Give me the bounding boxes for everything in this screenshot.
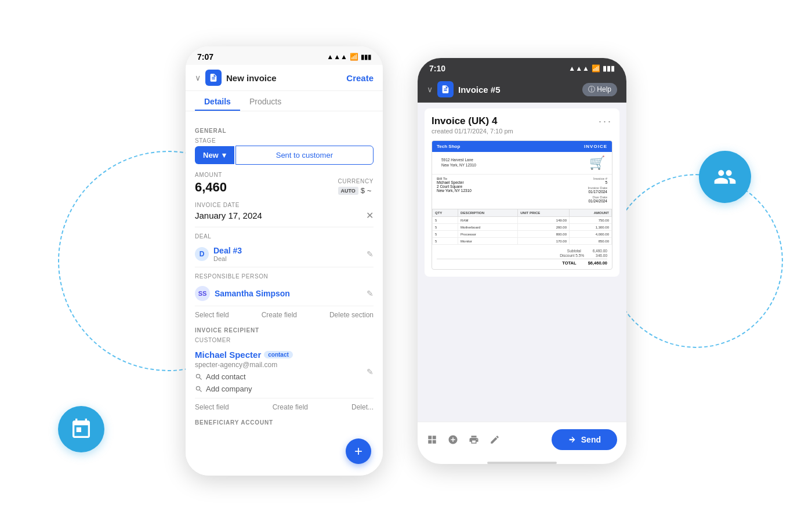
bill-to-name: Michael Specter (437, 180, 472, 184)
amount-value: 6,460 (195, 180, 227, 195)
customer-row: Michael Specter contact specter-agency@m… (195, 345, 374, 398)
inv-company-address: 5912 Harvest LaneNew York, NY 12310 (437, 154, 481, 169)
phone-content-left: GENERAL STAGE New ▾ Sent to customer AMO… (186, 111, 383, 476)
status-icons-right: ▲▲▲ 📶 ▮▮▮ (568, 64, 615, 72)
more-options-btn[interactable]: ··· (599, 115, 612, 128)
invoice-table: QTY DESCRIPTION UNIT PRICE AMOUNT 5 RAM … (432, 209, 612, 245)
phone-title-right: Invoice #5 (458, 85, 501, 95)
edit-icon (490, 434, 500, 445)
tab-details[interactable]: Details (195, 91, 240, 111)
search-icon-contact (195, 373, 203, 381)
printer-icon (469, 434, 479, 445)
create-field-btn-2[interactable]: Create field (273, 403, 308, 411)
grid-icon-btn[interactable] (427, 434, 437, 445)
phone-title-left: New invoice (226, 73, 277, 83)
deal-row: D Deal #3 Deal ✎ (195, 241, 374, 267)
responsible-edit-icon[interactable]: ✎ (367, 289, 374, 298)
phone-bottom-bar: Send (418, 422, 626, 457)
inv-bill-row: Bill To Michael Specter 2 Court Square N… (432, 174, 612, 205)
customer-edit-icon[interactable]: ✎ (367, 367, 374, 376)
invoice-date-value: January 17, 2024 (195, 211, 262, 220)
inv-totals: Subtotal 6,460.00 Discount 5.5% 346.00 T… (432, 247, 612, 269)
delete-section-btn[interactable]: Delete section (329, 311, 374, 319)
total-value: $6,460.00 (588, 260, 607, 266)
add-contact-btn[interactable]: Add contact (195, 372, 293, 381)
time-left: 7:07 (197, 52, 213, 61)
select-field-btn[interactable]: Select field (195, 311, 229, 319)
cart-icon: 🛒 (587, 154, 607, 172)
currency-row: CURRENCY AUTO $ ~ (338, 178, 374, 195)
customer-email: specter-agency@mail.com (195, 361, 293, 369)
amount-label: AMOUNT (195, 172, 227, 178)
contact-badge: contact (264, 351, 293, 358)
invoice-icon-box-right (437, 81, 454, 97)
invoice-date-label: INVOICE DATE (195, 202, 374, 208)
main-scene: 7:07 ▲▲▲ 📶 ▮▮▮ ∨ New invoice Create (0, 0, 812, 522)
discount-value: 346.00 (596, 253, 607, 258)
section-actions-2: Select field Create field Delet... (195, 403, 374, 411)
inv-company-name: Tech Shop (437, 144, 460, 149)
inv-label: INVOICE (584, 144, 607, 149)
chevron-icon-right[interactable]: ∨ (427, 85, 433, 94)
general-label: GENERAL (195, 128, 374, 134)
inv-date-val: 01/17/2024 (588, 190, 607, 194)
stage-new-btn[interactable]: New ▾ (195, 146, 234, 164)
floating-calendar-icon (58, 406, 104, 452)
plus-circle-btn[interactable] (448, 434, 458, 445)
total-label: TOTAL (562, 260, 576, 266)
stage-field-label: STAGE (195, 137, 374, 144)
deal-sub: Deal (213, 255, 242, 262)
responsible-name: Samantha Simpson (215, 289, 290, 298)
help-btn[interactable]: ⓘ Help (582, 83, 617, 96)
phone-right: 7:10 ▲▲▲ 📶 ▮▮▮ ∨ Invoice #5 ⓘ Help (418, 58, 626, 464)
tab-products[interactable]: Products (240, 91, 291, 111)
select-field-btn-2[interactable]: Select field (195, 403, 229, 411)
stage-row: New ▾ Sent to customer (195, 146, 374, 165)
phone-left: 7:07 ▲▲▲ 📶 ▮▮▮ ∨ New invoice Create (186, 46, 383, 476)
printer-btn[interactable] (469, 434, 479, 445)
time-right: 7:10 (429, 64, 445, 73)
create-field-btn[interactable]: Create field (262, 311, 297, 319)
signal-icon: ▲▲▲ (327, 53, 347, 61)
wifi-icon-right: 📶 (592, 64, 600, 72)
invoice-preview: Tech Shop INVOICE 5912 Harvest LaneNew Y… (432, 140, 612, 270)
add-company-btn[interactable]: Add company (195, 385, 293, 393)
phone-header-right: ∨ Invoice #5 ⓘ Help (418, 77, 626, 103)
table-row: 5 Processor 800.00 4,000.00 (433, 231, 612, 238)
fab-button[interactable]: + (346, 438, 371, 464)
chevron-icon-left[interactable]: ∨ (195, 73, 201, 82)
customer-field-label: CUSTOMER (195, 337, 374, 343)
send-button[interactable]: Send (552, 429, 617, 450)
discount-label: Discount 5.5% (560, 253, 584, 258)
invoice-info-card: Invoice (UK) 4 created 01/17/2024, 7:10 … (425, 108, 619, 277)
col-amount: AMOUNT (570, 209, 612, 217)
status-bar-right: 7:10 ▲▲▲ 📶 ▮▮▮ (418, 58, 626, 77)
responsible-avatar: SS (195, 286, 210, 301)
delete-section-btn-2[interactable]: Delet... (351, 403, 374, 411)
send-icon (568, 435, 577, 444)
battery-icon: ▮▮▮ (361, 53, 371, 61)
tabs-left: Details Products (186, 91, 383, 111)
edit-btn[interactable] (490, 434, 500, 445)
status-bar-left: 7:07 ▲▲▲ 📶 ▮▮▮ (186, 46, 383, 65)
plus-circle-icon (448, 434, 458, 445)
bill-to-address: 2 Court Square (437, 184, 472, 188)
phone-body-right: Invoice (UK) 4 created 01/17/2024, 7:10 … (418, 103, 626, 457)
floating-team-icon (699, 151, 751, 203)
col-unit: UNIT PRICE (518, 209, 570, 217)
deal-edit-icon[interactable]: ✎ (367, 249, 374, 259)
phone-header-left: ∨ New invoice Create (186, 65, 383, 91)
date-clear-button[interactable]: ✕ (366, 210, 374, 221)
invoice-recipient-label: INVOICE RECIPIENT (195, 327, 374, 334)
bottom-icon-group (427, 434, 500, 445)
create-button[interactable]: Create (346, 73, 374, 83)
responsible-row: SS Samantha Simpson ✎ (195, 281, 374, 306)
subtotal-label: Subtotal (567, 249, 581, 253)
stage-sent-btn[interactable]: Sent to customer (235, 146, 374, 165)
section-actions: Select field Create field Delete section (195, 311, 374, 319)
inv-due-val: 01/24/2024 (588, 199, 607, 203)
grid-icon (427, 434, 437, 445)
currency-label: CURRENCY (338, 178, 374, 184)
invoice-icon-left (209, 73, 218, 82)
auto-badge: AUTO (338, 187, 358, 195)
